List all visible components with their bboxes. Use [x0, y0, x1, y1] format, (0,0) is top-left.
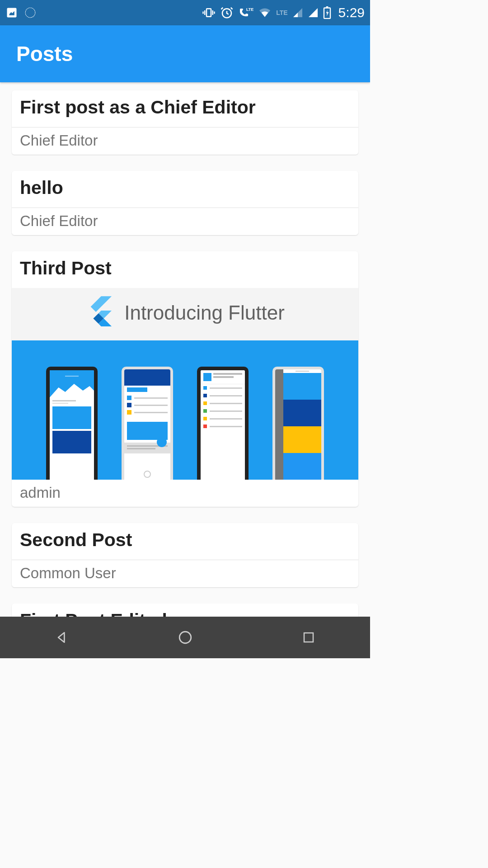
- svg-point-11: [179, 632, 191, 643]
- post-title: Second Post: [12, 523, 358, 560]
- navigation-bar: [0, 617, 370, 658]
- post-card[interactable]: hello Chief Editor: [12, 171, 358, 235]
- flutter-logo-icon: [85, 296, 112, 330]
- image-notification-icon: [5, 6, 18, 19]
- signal-1-icon: [292, 7, 303, 18]
- flutter-header: Introducing Flutter: [12, 288, 358, 340]
- page-title: Posts: [16, 42, 73, 66]
- svg-rect-2: [206, 9, 211, 17]
- alarm-icon: [220, 6, 234, 19]
- posts-list[interactable]: First post as a Chief Editor Chief Edito…: [0, 82, 370, 617]
- post-title: hello: [12, 171, 358, 208]
- post-title: First Post Edited: [12, 604, 358, 617]
- flutter-caption: Introducing Flutter: [124, 302, 285, 324]
- status-bar: LTE LTE 5:29: [0, 0, 370, 25]
- lte-call-icon: LTE: [238, 6, 253, 19]
- back-button[interactable]: [53, 628, 71, 646]
- flutter-phones-row: [12, 340, 358, 480]
- signal-2-icon: [308, 7, 319, 18]
- status-right: LTE LTE 5:29: [202, 5, 365, 20]
- post-title: First post as a Chief Editor: [12, 90, 358, 127]
- recents-button[interactable]: [300, 628, 318, 646]
- svg-point-1: [25, 8, 35, 18]
- svg-text:LTE: LTE: [246, 7, 253, 12]
- phone-mockup-1: [46, 367, 98, 480]
- post-card[interactable]: Third Post Introducing Flutter: [12, 251, 358, 507]
- post-title: Third Post: [12, 251, 358, 288]
- phone-mockup-3: [197, 367, 249, 480]
- post-image: Introducing Flutter: [12, 288, 358, 480]
- status-time: 5:29: [338, 5, 365, 20]
- post-author: Chief Editor: [12, 127, 358, 155]
- lte-text-icon: LTE: [276, 9, 287, 16]
- post-card[interactable]: First Post Edited: [12, 604, 358, 617]
- loading-notification-icon: [24, 7, 36, 19]
- post-author: admin: [12, 480, 358, 507]
- phone-mockup-2: [122, 367, 173, 480]
- post-author: Common User: [12, 560, 358, 587]
- post-author: Chief Editor: [12, 208, 358, 235]
- battery-charging-icon: [323, 6, 331, 19]
- phone-mockup-4: [272, 367, 324, 480]
- status-left: [5, 6, 36, 19]
- svg-rect-10: [326, 6, 328, 8]
- home-button[interactable]: [176, 628, 194, 646]
- wifi-icon: [258, 7, 272, 18]
- post-card[interactable]: First post as a Chief Editor Chief Edito…: [12, 90, 358, 155]
- post-card[interactable]: Second Post Common User: [12, 523, 358, 587]
- app-bar: Posts: [0, 25, 370, 82]
- svg-rect-12: [304, 633, 313, 642]
- vibrate-icon: [202, 6, 216, 19]
